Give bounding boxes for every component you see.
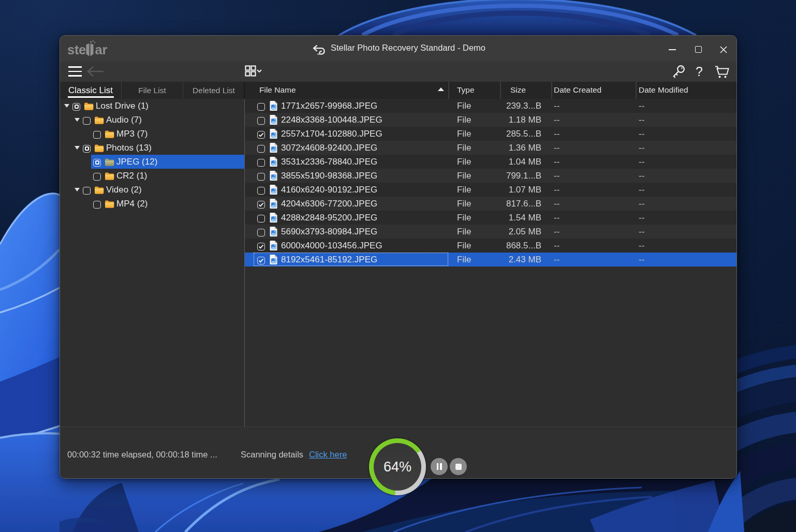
svg-text:ste: ste — [67, 42, 86, 57]
svg-text:ar: ar — [95, 42, 108, 57]
